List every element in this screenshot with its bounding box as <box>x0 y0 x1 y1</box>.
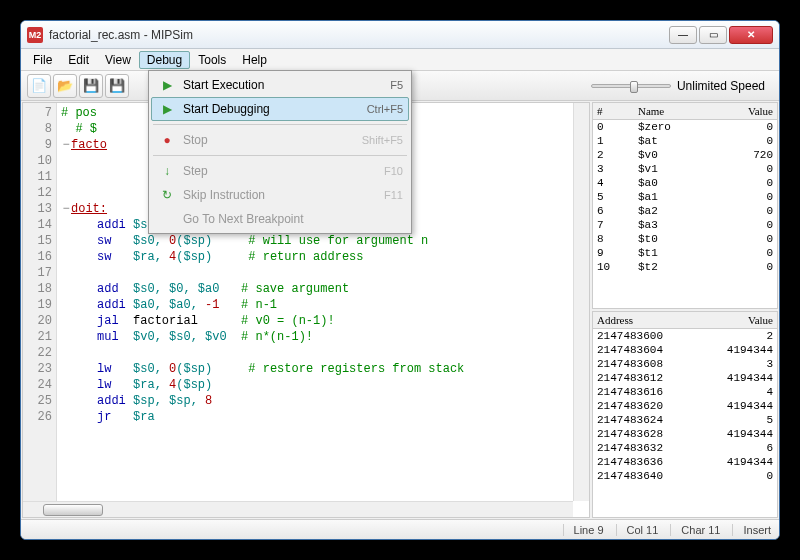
status-col: Col 11 <box>616 524 659 536</box>
vertical-scrollbar[interactable] <box>573 103 589 501</box>
table-row[interactable]: 21474836164 <box>593 385 777 399</box>
table-row[interactable]: 7$a30 <box>593 218 777 232</box>
dd-skip: ↻ Skip Instruction F11 <box>151 183 409 207</box>
table-row[interactable]: 21474836044194344 <box>593 343 777 357</box>
dd-shortcut: Shift+F5 <box>362 134 403 146</box>
separator <box>153 124 407 125</box>
table-row[interactable]: 21474836083 <box>593 357 777 371</box>
reg-col-name[interactable]: Name <box>634 103 713 120</box>
table-row[interactable]: 21474836400 <box>593 469 777 483</box>
table-row[interactable]: 2$v0720 <box>593 148 777 162</box>
dd-label: Step <box>183 164 384 178</box>
dd-shortcut: F10 <box>384 165 403 177</box>
tb-new-button[interactable]: 📄 <box>27 74 51 98</box>
dd-shortcut: F5 <box>390 79 403 91</box>
horizontal-scrollbar[interactable] <box>23 501 573 517</box>
status-line: Line 9 <box>563 524 604 536</box>
slider-thumb[interactable] <box>630 81 638 93</box>
tb-save-button[interactable]: 💾 <box>79 74 103 98</box>
reg-col-num[interactable]: # <box>593 103 634 120</box>
table-row[interactable]: 8$t00 <box>593 232 777 246</box>
dd-start-debugging[interactable]: ▶ Start Debugging Ctrl+F5 <box>151 97 409 121</box>
registers-panel: # Name Value 0$zero01$at02$v07203$v104$a… <box>592 102 778 309</box>
table-row[interactable]: 21474836002 <box>593 329 777 344</box>
skip-icon: ↻ <box>157 187 177 203</box>
breakpoint-icon <box>157 211 177 227</box>
table-row[interactable]: 5$a10 <box>593 190 777 204</box>
dd-start-execution[interactable]: ▶ Start Execution F5 <box>151 73 409 97</box>
line-gutter: 7891011121314151617181920212223242526 <box>23 103 57 517</box>
dd-label: Start Execution <box>183 78 390 92</box>
table-row[interactable]: 9$t10 <box>593 246 777 260</box>
dd-label: Go To Next Breakpoint <box>183 212 403 226</box>
app-window: M2 factorial_rec.asm - MIPSim — ▭ ✕ File… <box>20 20 780 540</box>
memory-panel: Address Value 21474836002214748360441943… <box>592 311 778 518</box>
play-debug-icon: ▶ <box>157 101 177 117</box>
menu-file[interactable]: File <box>25 51 60 69</box>
table-row[interactable]: 0$zero0 <box>593 120 777 135</box>
menu-view[interactable]: View <box>97 51 139 69</box>
reg-col-value[interactable]: Value <box>713 103 777 120</box>
dd-shortcut: Ctrl+F5 <box>367 103 403 115</box>
window-title: factorial_rec.asm - MIPSim <box>49 28 669 42</box>
table-row[interactable]: 1$at0 <box>593 134 777 148</box>
status-char: Char 11 <box>670 524 720 536</box>
close-button[interactable]: ✕ <box>729 26 773 44</box>
speed-label: Unlimited Speed <box>677 79 765 93</box>
step-down-icon: ↓ <box>157 163 177 179</box>
tb-open-button[interactable]: 📂 <box>53 74 77 98</box>
menu-edit[interactable]: Edit <box>60 51 97 69</box>
table-row[interactable]: 10$t20 <box>593 260 777 274</box>
dd-label: Skip Instruction <box>183 188 384 202</box>
table-row[interactable]: 6$a20 <box>593 204 777 218</box>
table-row[interactable]: 3$v10 <box>593 162 777 176</box>
right-panels: # Name Value 0$zero01$at02$v07203$v104$a… <box>592 102 778 518</box>
table-row[interactable]: 21474836204194344 <box>593 399 777 413</box>
mem-col-value[interactable]: Value <box>699 312 777 329</box>
registers-table: # Name Value 0$zero01$at02$v07203$v104$a… <box>593 103 777 274</box>
scroll-thumb[interactable] <box>43 504 103 516</box>
table-row[interactable]: 21474836326 <box>593 441 777 455</box>
menu-debug[interactable]: Debug <box>139 51 190 69</box>
titlebar: M2 factorial_rec.asm - MIPSim — ▭ ✕ <box>21 21 779 49</box>
menu-tools[interactable]: Tools <box>190 51 234 69</box>
dd-stop: ● Stop Shift+F5 <box>151 128 409 152</box>
table-row[interactable]: 21474836245 <box>593 413 777 427</box>
menubar: File Edit View Debug Tools Help ▶ Start … <box>21 49 779 71</box>
dd-label: Stop <box>183 133 362 147</box>
mem-col-addr[interactable]: Address <box>593 312 699 329</box>
table-row[interactable]: 21474836124194344 <box>593 371 777 385</box>
stop-icon: ● <box>157 132 177 148</box>
dd-step: ↓ Step F10 <box>151 159 409 183</box>
status-mode: Insert <box>732 524 771 536</box>
play-icon: ▶ <box>157 77 177 93</box>
table-row[interactable]: 21474836364194344 <box>593 455 777 469</box>
maximize-button[interactable]: ▭ <box>699 26 727 44</box>
table-row[interactable]: 4$a00 <box>593 176 777 190</box>
speed-slider[interactable] <box>591 84 671 88</box>
dd-label: Start Debugging <box>183 102 367 116</box>
tb-saveall-button[interactable]: 💾 <box>105 74 129 98</box>
dd-shortcut: F11 <box>384 189 403 201</box>
minimize-button[interactable]: — <box>669 26 697 44</box>
statusbar: Line 9 Col 11 Char 11 Insert <box>21 519 779 539</box>
debug-dropdown: ▶ Start Execution F5 ▶ Start Debugging C… <box>148 70 412 234</box>
separator <box>153 155 407 156</box>
dd-goto-breakpoint: Go To Next Breakpoint <box>151 207 409 231</box>
table-row[interactable]: 21474836284194344 <box>593 427 777 441</box>
menu-help[interactable]: Help <box>234 51 275 69</box>
memory-table: Address Value 21474836002214748360441943… <box>593 312 777 483</box>
app-icon: M2 <box>27 27 43 43</box>
